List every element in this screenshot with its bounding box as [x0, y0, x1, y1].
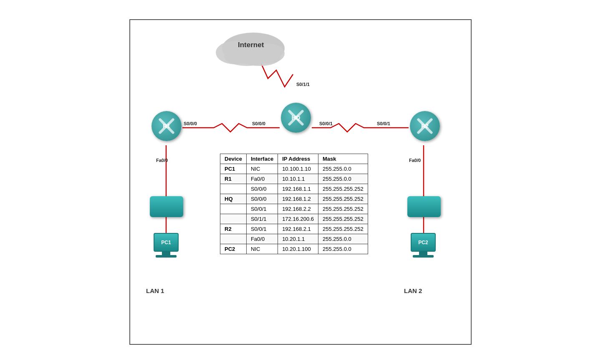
table-cell: S0/0/1	[246, 224, 278, 234]
col-interface: Interface	[246, 154, 278, 164]
port-r1-s0: S0/0/0	[184, 121, 197, 126]
table-cell: 10.100.1.10	[278, 164, 318, 174]
router-r2: R2	[408, 111, 442, 144]
network-table: Device Interface IP Address Mask PC1NIC1…	[220, 154, 368, 254]
port-r2-s0: S0/0/1	[377, 121, 390, 126]
pc2-base	[413, 255, 434, 258]
table-cell: 192.168.1.1	[278, 184, 318, 194]
table-row: R1Fa0/010.10.1.1255.255.0.0	[220, 174, 368, 184]
table-cell: R2	[220, 224, 247, 234]
table-row: PC2NIC10.20.1.100255.255.0.0	[220, 244, 368, 254]
col-device: Device	[220, 154, 247, 164]
table-cell: Fa0/0	[246, 234, 278, 244]
table-cell: 255.255.255.252	[318, 224, 368, 234]
table-cell: 192.168.1.2	[278, 194, 318, 204]
lan2-label: LAN 2	[404, 287, 422, 294]
lan1-label: LAN 1	[146, 287, 164, 294]
col-ip: IP Address	[278, 154, 318, 164]
port-hq-s1: S0/1/1	[296, 82, 310, 87]
table-cell: 172.16.200.6	[278, 214, 318, 224]
table-cell: Fa0/0	[246, 174, 278, 184]
table-cell: 255.255.0.0	[318, 244, 368, 254]
table-cell: NIC	[246, 244, 278, 254]
table-cell: 192.168.2.2	[278, 204, 318, 214]
table-cell: S0/0/0	[246, 194, 278, 204]
table-row: Fa0/010.20.1.1255.255.0.0	[220, 234, 368, 244]
table-cell: 10.20.1.100	[278, 244, 318, 254]
switch-1	[150, 196, 183, 217]
router-hq-circle: HQ	[281, 103, 311, 133]
col-mask: Mask	[318, 154, 368, 164]
table-row: S0/1/1172.16.200.6255.255.255.252	[220, 214, 368, 224]
table-cell	[220, 234, 247, 244]
table-cell: 255.255.255.252	[318, 194, 368, 204]
table-cell	[220, 214, 247, 224]
router-r2-label: R2	[421, 123, 429, 129]
table-cell: 255.255.0.0	[318, 174, 368, 184]
table-cell: 255.255.255.252	[318, 204, 368, 214]
table-cell: 192.168.2.1	[278, 224, 318, 234]
diagram-container: Internet R1 HQ R2 PC1 PC2	[129, 19, 472, 345]
table-row: R2S0/0/1192.168.2.1255.255.255.252	[220, 224, 368, 234]
pc1-wrapper: PC1	[154, 233, 179, 258]
table-cell: 255.255.0.0	[318, 164, 368, 174]
table-cell	[220, 184, 247, 194]
table-cell: 255.255.0.0	[318, 234, 368, 244]
table-cell: S0/1/1	[246, 214, 278, 224]
pc1-label: PC1	[161, 240, 171, 245]
table-cell: S0/0/0	[246, 184, 278, 194]
port-r2-fa: Fa0/0	[409, 158, 421, 163]
table-row: PC1NIC10.100.1.10255.255.0.0	[220, 164, 368, 174]
switch-2	[407, 196, 441, 217]
router-r1-circle: R1	[152, 111, 182, 141]
pc2-stand	[419, 252, 427, 255]
router-r2-circle: R2	[410, 111, 440, 141]
pc2-monitor: PC2	[411, 233, 436, 252]
pc2-label: PC2	[418, 240, 428, 245]
table-row: S0/0/1192.168.2.2255.255.255.252	[220, 204, 368, 214]
table-cell: R1	[220, 174, 247, 184]
table-cell	[220, 204, 247, 214]
table-row: S0/0/0192.168.1.1255.255.255.252	[220, 184, 368, 194]
pc1-stand	[162, 252, 170, 255]
cloud-label: Internet	[238, 41, 264, 49]
table-cell: 10.10.1.1	[278, 174, 318, 184]
table-cell: PC1	[220, 164, 247, 174]
svg-point-8	[239, 49, 280, 66]
table-cell: 255.255.255.252	[318, 184, 368, 194]
pc2-wrapper: PC2	[411, 233, 436, 258]
router-hq-label: HQ	[292, 114, 300, 121]
table-row: HQS0/0/0192.168.1.2255.255.255.252	[220, 194, 368, 204]
table-cell: S0/0/1	[246, 204, 278, 214]
table-cell: HQ	[220, 194, 247, 204]
port-hq-s0-left: S0/0/0	[252, 121, 265, 126]
table-cell: 255.255.255.252	[318, 214, 368, 224]
port-r1-fa: Fa0/0	[156, 158, 168, 163]
table-cell: 10.20.1.1	[278, 234, 318, 244]
svg-point-7	[224, 48, 270, 66]
pc1-base	[156, 255, 177, 258]
router-r1: R1	[150, 111, 183, 144]
pc1-monitor: PC1	[154, 233, 179, 252]
table-cell: PC2	[220, 244, 247, 254]
router-r1-label: R1	[163, 123, 170, 129]
port-hq-s0-right: S0/0/1	[319, 121, 333, 126]
router-hq: HQ	[279, 103, 313, 136]
table-cell: NIC	[246, 164, 278, 174]
